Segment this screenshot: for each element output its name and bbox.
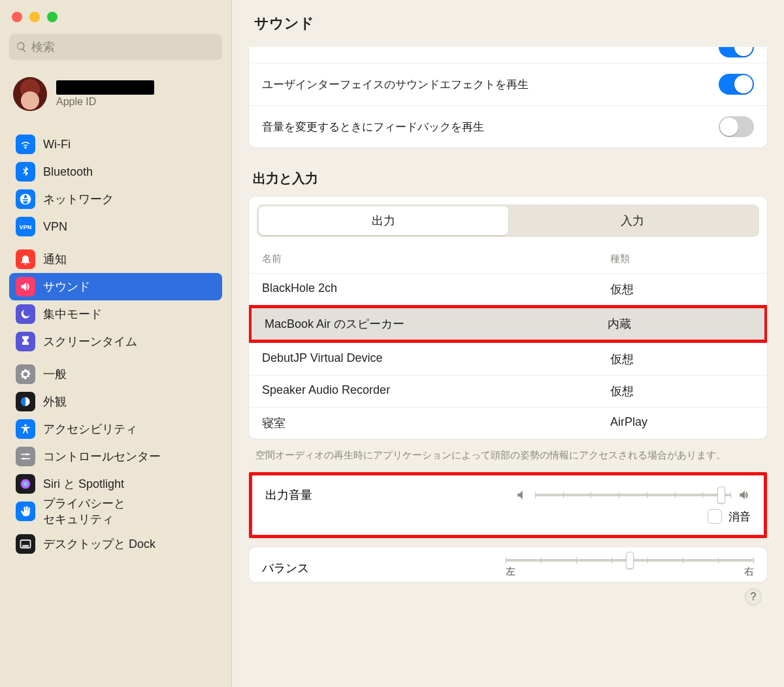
device-row[interactable]: MacBook Air のスピーカー内蔵 [249,305,767,343]
tab-output[interactable]: 出力 [259,206,508,235]
col-type: 種類 [610,253,754,265]
page-title: サウンド [232,0,784,47]
device-row[interactable]: Speaker Audio Recorder仮想 [249,375,767,407]
toggle-volume-feedback[interactable] [719,116,754,137]
toggle-unknown-top[interactable] [719,47,754,57]
device-row[interactable]: DebutJP Virtual Device仮想 [249,343,767,375]
sidebar-item-dock[interactable]: デスクトップと Dock [9,530,222,558]
bell-icon [16,249,35,269]
sidebar-item-bell[interactable]: 通知 [9,246,222,273]
row-label: 音量を変更するときにフィードバックを再生 [262,120,484,135]
sidebar-item-label: Wi-Fi [43,138,71,152]
device-table-header: 名前 種類 [249,245,767,273]
sliders-icon [16,447,35,466]
sidebar: Apple ID Wi-FiBluetoothネットワークVPNVPN通知サウン… [0,0,232,687]
sidebar-item-label: Bluetooth [43,165,93,179]
sidebar-item-label: ネットワーク [43,191,114,207]
account-subtitle: Apple ID [56,96,154,108]
device-type: AirPlay [610,415,754,431]
gear-icon [16,364,35,384]
mute-checkbox[interactable] [708,509,722,524]
apple-id-row[interactable]: Apple ID [9,72,222,125]
device-type: 仮想 [610,351,754,367]
volume-low-icon [515,488,529,502]
row-label: ユーザインターフェイスのサウンドエフェクトを再生 [262,77,529,92]
sidebar-item-hand[interactable]: プライバシーと セキュリティ [9,498,222,525]
balance-right-label: 右 [744,566,754,578]
sidebar-item-siri[interactable]: Siri と Spotlight [9,470,222,498]
output-volume-label: 出力音量 [265,487,312,503]
sidebar-item-sliders[interactable]: コントロールセンター [9,443,222,470]
globe-icon [16,189,35,209]
sidebar-item-label: スクリーンタイム [43,334,137,349]
sidebar-item-label: VPN [43,220,67,234]
minimize-window-button[interactable] [29,12,40,22]
hourglass-icon [16,332,35,351]
wifi-icon [16,135,35,154]
toggle-ui-sound-effects[interactable] [719,74,754,95]
io-card: 出力 入力 名前 種類 BlackHole 2ch仮想MacBook Air の… [249,197,767,439]
sidebar-item-bluetooth[interactable]: Bluetooth [9,158,222,185]
device-type: 内蔵 [608,316,751,332]
hand-icon [16,502,35,521]
vpn-icon: VPN [16,217,35,236]
volume-high-icon [738,488,751,502]
search-field-wrap [9,34,222,60]
zoom-window-button[interactable] [47,12,57,22]
dock-icon [16,534,35,554]
sidebar-item-vpn[interactable]: VPNVPN [9,213,222,240]
device-type: 仮想 [610,383,754,399]
mute-label: 消音 [728,509,751,524]
device-type: 仮想 [610,281,754,297]
device-name: Speaker Audio Recorder [262,383,610,399]
io-segmented-control: 出力 入力 [257,204,759,237]
sidebar-item-label: サウンド [43,279,90,295]
close-window-button[interactable] [12,12,22,22]
sidebar-item-moon[interactable]: 集中モード [9,300,222,328]
sidebar-item-label: 集中モード [43,306,102,322]
sidebar-item-label: 一般 [43,366,67,382]
balance-slider[interactable] [506,559,754,562]
sidebar-item-label: デスクトップと Dock [43,536,155,552]
accessibility-icon [16,419,35,439]
svg-point-5 [21,479,31,489]
sidebar-item-label: プライバシーと セキュリティ [43,496,125,527]
sidebar-item-gear[interactable]: 一般 [9,360,222,388]
moon-icon [16,304,35,324]
device-name: BlackHole 2ch [262,281,610,297]
sound-icon [16,277,35,296]
device-row[interactable]: 寝室AirPlay [249,407,767,439]
search-input[interactable] [9,34,222,60]
svg-rect-7 [22,545,29,547]
device-row[interactable]: BlackHole 2ch仮想 [249,273,767,305]
balance-label: バランス [262,560,309,576]
sidebar-item-globe[interactable]: ネットワーク [9,185,222,213]
sidebar-item-appearance[interactable]: 外観 [9,388,222,415]
bluetooth-icon [16,162,35,182]
balance-card: バランス 左 右 [249,547,767,582]
device-name: DebutJP Virtual Device [262,351,610,367]
device-name: 寝室 [262,415,610,431]
section-title-io: 出力と入力 [253,170,767,187]
main-pane: サウンド ユーザインターフェイスのサウンドエフェクトを再生 音量を変更するときに… [232,0,784,687]
svg-point-2 [24,424,26,426]
sidebar-item-sound[interactable]: サウンド [9,273,222,300]
sidebar-item-label: コントロールセンター [43,449,161,464]
output-volume-slider[interactable] [535,494,731,496]
sidebar-item-hourglass[interactable]: スクリーンタイム [9,328,222,355]
col-name: 名前 [262,253,610,265]
balance-left-label: 左 [506,566,515,578]
svg-point-3 [26,453,28,455]
search-icon [16,41,27,53]
output-volume-card: 出力音量 消音 [249,472,767,538]
window-controls [9,8,222,34]
sidebar-item-accessibility[interactable]: アクセシビリティ [9,415,222,443]
sidebar-item-wifi[interactable]: Wi-Fi [9,131,222,158]
avatar [13,77,47,111]
tab-input[interactable]: 入力 [508,206,758,235]
sidebar-item-label: Siri と Spotlight [43,476,124,492]
sidebar-item-label: 外観 [43,394,67,409]
spatial-audio-note: 空間オーディオの再生時にアプリケーションによって頭部の姿勢の情報にアクセスされる… [249,439,767,466]
help-button[interactable]: ? [745,588,762,605]
siri-icon [16,474,35,494]
